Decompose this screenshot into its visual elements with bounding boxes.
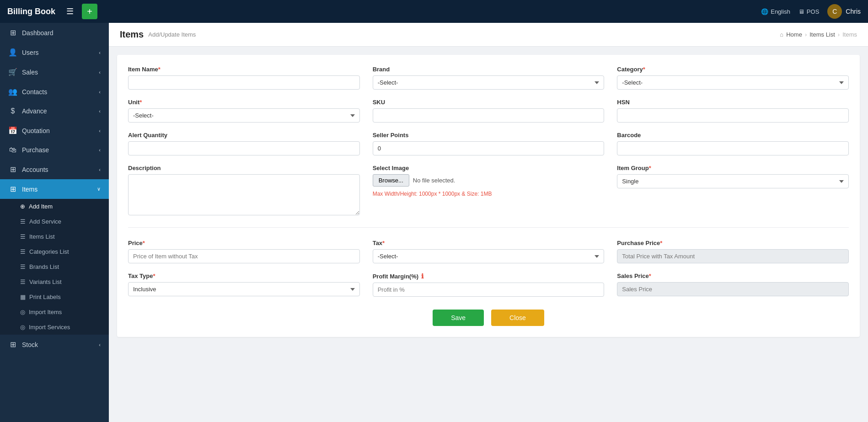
sales-price-input[interactable] [617, 282, 849, 296]
pos-icon: 🖥 [798, 8, 804, 15]
price-input[interactable] [128, 249, 360, 263]
language-selector[interactable]: 🌐 English [761, 8, 790, 15]
sidebar-sub-label-print-labels: Print Labels [29, 294, 61, 300]
sidebar-item-accounts[interactable]: ⊞ Accounts ‹ [0, 160, 109, 179]
sales-icon: 🛒 [8, 68, 17, 76]
unit-group: Unit* -Select- [128, 99, 360, 123]
description-label: Description [128, 165, 360, 171]
image-hint: Max Width/Height: 1000px * 1000px & Size… [373, 191, 605, 197]
users-icon: 👤 [8, 48, 17, 57]
tax-group: Tax* -Select- [373, 240, 605, 263]
quick-add-button[interactable]: + [82, 4, 97, 19]
browse-button[interactable]: Browse... [373, 174, 409, 187]
user-menu[interactable]: C Chris [827, 4, 861, 19]
sidebar-item-items[interactable]: ⊞ Items ∨ [0, 179, 109, 199]
profit-margin-info-icon[interactable]: ℹ [421, 272, 423, 280]
breadcrumb-home[interactable]: Home [786, 31, 802, 38]
alert-quantity-label: Alert Quantity [128, 132, 360, 139]
sku-group: SKU [373, 99, 605, 123]
sidebar-item-advance[interactable]: $ Advance ‹ [0, 101, 109, 121]
sidebar-label-users: Users [22, 49, 39, 56]
tax-label: Tax* [373, 240, 605, 246]
hamburger-button[interactable]: ☰ [63, 5, 77, 18]
profit-margin-group: Profit Margin(%) ℹ [373, 272, 605, 297]
sidebar-item-contacts[interactable]: 👥 Contacts ‹ [0, 82, 109, 101]
category-group: Category* -Select- [617, 66, 849, 90]
sidebar-sub-label-add-service: Add Service [29, 218, 61, 225]
chevron-sales-icon: ‹ [99, 69, 101, 75]
sidebar-item-dashboard[interactable]: ⊞ Dashboard [0, 23, 109, 43]
tax-type-group: Tax Type* Inclusive Exclusive [128, 272, 360, 297]
sku-input[interactable] [373, 108, 605, 123]
select-image-label: Select Image [373, 165, 605, 171]
chevron-advance-icon: ‹ [99, 108, 101, 114]
barcode-group: Barcode [617, 132, 849, 155]
sidebar-sub-import-services[interactable]: ◎ Import Services [0, 320, 109, 335]
sidebar-item-users[interactable]: 👤 Users ‹ [0, 43, 109, 62]
sidebar-sub-print-labels[interactable]: ▦ Print Labels [0, 289, 109, 304]
sidebar-label-contacts: Contacts [22, 88, 47, 96]
top-navbar: Billing Book ☰ + 🌐 English 🖥 POS C Chris [0, 0, 868, 23]
sidebar-item-purchase[interactable]: 🛍 Purchase ‹ [0, 140, 109, 160]
chevron-stock-icon: ‹ [99, 342, 101, 347]
description-textarea[interactable] [128, 174, 360, 215]
close-button[interactable]: Close [491, 310, 544, 326]
tax-type-select[interactable]: Inclusive Exclusive [128, 282, 360, 296]
barcode-label: Barcode [617, 132, 849, 139]
profit-margin-input[interactable] [373, 283, 605, 297]
add-item-icon: ⊕ [20, 203, 25, 210]
chevron-users-icon: ‹ [99, 50, 101, 55]
brand-group: Brand -Select- [373, 66, 605, 90]
alert-quantity-input[interactable] [128, 141, 360, 155]
sidebar-sub-add-item[interactable]: ⊕ Add Item [0, 199, 109, 214]
seller-points-label: Seller Points [373, 132, 605, 139]
sidebar-sub-label-categories-list: Categories List [29, 248, 69, 255]
sidebar-sub-categories-list[interactable]: ☰ Categories List [0, 244, 109, 259]
no-file-label: No file selected. [413, 177, 455, 184]
sidebar-sub-label-brands-list: Brands List [29, 263, 59, 270]
select-image-group: Select Image Browse... No file selected.… [373, 165, 605, 215]
page-title: Items [120, 29, 144, 40]
sidebar-item-stock[interactable]: ⊞ Stock ‹ [0, 335, 109, 354]
sidebar-item-quotation[interactable]: 📅 Quotation ‹ [0, 121, 109, 140]
item-group-select[interactable]: Single [617, 174, 849, 188]
sidebar-sub-brands-list[interactable]: ☰ Brands List [0, 259, 109, 274]
sidebar-item-sales[interactable]: 🛒 Sales ‹ [0, 62, 109, 82]
breadcrumb-items-list[interactable]: Items List [809, 31, 835, 38]
form-buttons: Save Close [128, 310, 849, 326]
sidebar-sub-items-list[interactable]: ☰ Items List [0, 229, 109, 244]
item-form: Item Name* Brand -Select- Category* -Sel… [117, 55, 860, 337]
category-label: Category* [617, 66, 849, 73]
purchase-price-input[interactable] [617, 249, 849, 263]
brand-select[interactable]: -Select- [373, 75, 605, 90]
sales-price-group: Sales Price* [617, 272, 849, 297]
profit-margin-label: Profit Margin(%) ℹ [373, 272, 605, 280]
brands-list-icon: ☰ [20, 263, 26, 270]
breadcrumb: ⌂ Home › Items List › Items [780, 31, 857, 38]
home-icon: ⌂ [780, 31, 783, 38]
item-name-input[interactable] [128, 75, 360, 90]
form-divider [128, 227, 849, 228]
sidebar-sub-variants-list[interactable]: ☰ Variants List [0, 274, 109, 289]
sidebar-sub-label-variants-list: Variants List [29, 278, 62, 285]
print-labels-icon: ▦ [20, 294, 26, 300]
sidebar-sub-label-import-items: Import Items [29, 309, 62, 315]
tax-select[interactable]: -Select- [373, 249, 605, 263]
sidebar-sub-import-items[interactable]: ◎ Import Items [0, 304, 109, 320]
item-group-group: Item Group* Single [617, 165, 849, 215]
user-avatar: C [827, 4, 842, 19]
item-name-group: Item Name* [128, 66, 360, 90]
hsn-input[interactable] [617, 108, 849, 123]
sidebar-label-items: Items [22, 186, 38, 193]
pos-button[interactable]: 🖥 POS [798, 8, 819, 15]
sidebar-sub-add-service[interactable]: ☰ Add Service [0, 214, 109, 229]
barcode-input[interactable] [617, 141, 849, 155]
seller-points-input[interactable] [373, 141, 605, 155]
price-group: Price* [128, 240, 360, 263]
unit-select[interactable]: -Select- [128, 108, 360, 123]
chevron-accounts-icon: ‹ [99, 167, 101, 172]
category-select[interactable]: -Select- [617, 75, 849, 90]
save-button[interactable]: Save [433, 310, 484, 326]
import-services-icon: ◎ [20, 324, 25, 331]
brand-label: Brand [373, 66, 605, 73]
